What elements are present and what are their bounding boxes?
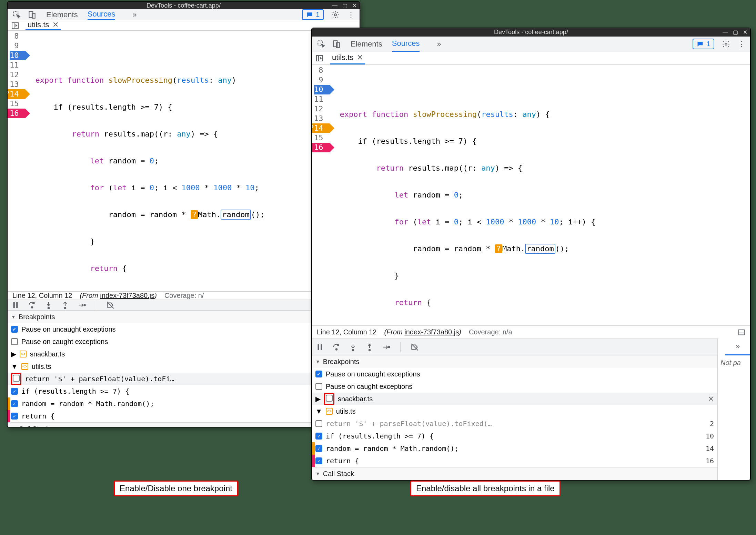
devtools-window-a: DevTools - coffee-cart.app/ — ▢ ✕ Elemen… xyxy=(7,1,360,427)
breakpoint-file-group[interactable]: ▶ snackbar.ts ✕ xyxy=(312,393,717,405)
minimize-icon[interactable]: — xyxy=(332,2,337,9)
breakpoint-row[interactable]: random = random * Math.random();14 xyxy=(312,442,717,455)
close-tab-icon[interactable]: ✕ xyxy=(52,20,59,29)
device-icon[interactable] xyxy=(28,10,37,19)
breakpoints-header[interactable]: ▼Breakpoints xyxy=(8,311,360,323)
tab-sources[interactable]: Sources xyxy=(88,9,115,20)
inspect-icon[interactable] xyxy=(317,40,326,49)
more-tabs-icon[interactable]: » xyxy=(725,339,750,355)
message-icon xyxy=(306,11,313,18)
pause-uncaught-row[interactable]: Pause on uncaught exceptions xyxy=(8,323,360,335)
breakpoint-row[interactable]: return '$' + parseFloat(value).toFi… ✎✕2 xyxy=(8,373,360,385)
step-icon[interactable] xyxy=(382,343,391,352)
breakpoint-marker[interactable]: 10 xyxy=(314,85,330,94)
checkbox-icon[interactable] xyxy=(11,326,18,333)
checkbox-icon[interactable] xyxy=(11,338,18,345)
breakpoint-file-group[interactable]: ▼<>utils.ts xyxy=(8,360,360,373)
maximize-icon[interactable]: ▢ xyxy=(733,29,738,36)
breakpoint-row[interactable]: return {16 xyxy=(8,410,360,422)
breakpoint-row[interactable]: return {16 xyxy=(312,455,717,467)
pause-icon[interactable] xyxy=(11,301,20,310)
checkbox-icon[interactable] xyxy=(326,395,333,402)
line-gutter[interactable]: 8 9 10 11 12 13 14 15 16 xyxy=(312,65,333,325)
step-into-icon[interactable] xyxy=(349,343,357,352)
callstack-header[interactable]: ▼Call Stack xyxy=(312,467,717,480)
device-icon[interactable] xyxy=(332,40,341,49)
tab-elements[interactable]: Elements xyxy=(46,9,78,20)
step-over-icon[interactable] xyxy=(332,343,341,352)
pause-icon[interactable] xyxy=(315,343,324,352)
code-content[interactable]: export function slowProcessing(results: … xyxy=(29,31,265,291)
issues-counter[interactable]: 1 xyxy=(693,39,714,49)
show-navigator-icon[interactable] xyxy=(11,21,19,30)
minimize-icon[interactable]: — xyxy=(723,29,728,36)
gear-icon[interactable] xyxy=(331,11,340,19)
remove-icon[interactable]: ✕ xyxy=(708,395,714,403)
pause-caught-row[interactable]: Pause on caught exceptions xyxy=(8,335,360,348)
inspect-icon[interactable] xyxy=(12,10,21,19)
collapse-icon[interactable] xyxy=(738,329,745,336)
code-editor[interactable]: 8 9 10 11 12 13 14 15 16 export function… xyxy=(312,65,750,325)
deactivate-breakpoints-icon[interactable] xyxy=(410,343,419,352)
maximize-icon[interactable]: ▢ xyxy=(342,2,347,9)
cursor-position: Line 12, Column 12 xyxy=(317,328,376,336)
breakpoint-row[interactable]: if (results.length >= 7) {10 xyxy=(8,385,360,397)
cursor-position: Line 12, Column 12 xyxy=(12,292,72,300)
coverage-label: Coverage: n/a xyxy=(469,328,512,336)
file-tab-utils[interactable]: utils.ts ✕ xyxy=(26,20,61,30)
more-tabs-icon[interactable]: » xyxy=(132,10,137,19)
deactivate-breakpoints-icon[interactable] xyxy=(106,301,115,310)
breakpoint-row[interactable]: return '$' + parseFloat(value).toFixed(…… xyxy=(312,417,717,430)
checkbox-icon[interactable] xyxy=(315,445,322,452)
checkbox-icon[interactable] xyxy=(11,388,18,395)
kebab-icon[interactable]: ⋮ xyxy=(738,40,745,49)
close-icon[interactable]: ✕ xyxy=(352,2,357,9)
window-title: DevTools - coffee-cart.app/ xyxy=(494,29,568,36)
step-out-icon[interactable] xyxy=(61,301,70,310)
line-gutter[interactable]: 8 9 10 11 12 13 14 15 16 xyxy=(8,31,29,291)
svg-point-24 xyxy=(352,349,354,351)
close-tab-icon[interactable]: ✕ xyxy=(357,53,363,62)
checkbox-icon[interactable] xyxy=(315,371,322,377)
pause-caught-row[interactable]: Pause on caught exceptions xyxy=(312,380,717,393)
code-editor[interactable]: 8 9 10 11 12 13 14 15 16 export function… xyxy=(8,31,360,291)
checkbox-icon[interactable] xyxy=(11,413,18,420)
step-into-icon[interactable] xyxy=(44,301,53,310)
checkbox-icon[interactable] xyxy=(315,457,322,464)
editor-statusbar: Line 12, Column 12 (From index-73f73a80.… xyxy=(8,291,360,300)
tab-elements[interactable]: Elements xyxy=(351,37,382,52)
callstack-header[interactable]: ▼Call Stack xyxy=(8,423,360,427)
more-tabs-icon[interactable]: » xyxy=(437,40,441,49)
svg-rect-19 xyxy=(739,330,745,335)
step-over-icon[interactable] xyxy=(28,301,37,310)
gear-icon[interactable] xyxy=(722,40,730,48)
code-content[interactable]: export function slowProcessing(results: … xyxy=(333,65,596,325)
checkbox-icon[interactable] xyxy=(11,400,18,407)
breakpoint-file-group[interactable]: ▶<>snackbar.ts xyxy=(8,348,360,360)
checkbox-icon[interactable] xyxy=(13,375,20,382)
conditional-breakpoint-marker[interactable]: 14 xyxy=(314,123,330,133)
breakpoint-marker[interactable]: 10 xyxy=(10,51,25,60)
logpoint-marker[interactable]: 16 xyxy=(314,143,330,152)
issues-counter[interactable]: 1 xyxy=(302,9,324,20)
tab-sources[interactable]: Sources xyxy=(392,37,420,52)
file-tab-utils[interactable]: utils.ts ✕ xyxy=(330,52,365,65)
show-navigator-icon[interactable] xyxy=(315,54,324,62)
pause-uncaught-row[interactable]: Pause on uncaught exceptions xyxy=(312,368,717,380)
main-toolbar: Elements Sources » 1 ⋮ xyxy=(8,9,360,20)
breakpoint-row[interactable]: random = random * Math.random();14 xyxy=(8,397,360,410)
close-icon[interactable]: ✕ xyxy=(743,29,747,36)
step-icon[interactable] xyxy=(77,301,86,310)
window-controls: — ▢ ✕ xyxy=(723,29,747,36)
kebab-icon[interactable]: ⋮ xyxy=(347,10,355,19)
checkbox-icon[interactable] xyxy=(315,420,322,427)
svg-point-25 xyxy=(369,349,370,351)
breakpoint-row[interactable]: if (results.length >= 7) {10 xyxy=(312,430,717,442)
breakpoints-header[interactable]: ▼Breakpoints xyxy=(312,355,717,368)
checkbox-icon[interactable] xyxy=(315,383,322,390)
step-out-icon[interactable] xyxy=(365,343,374,352)
breakpoint-file-group[interactable]: ▼<>utils.ts xyxy=(312,405,717,417)
checkbox-icon[interactable] xyxy=(315,433,322,440)
conditional-breakpoint-marker[interactable]: 14 xyxy=(10,89,25,99)
logpoint-marker[interactable]: 16 xyxy=(10,109,25,118)
